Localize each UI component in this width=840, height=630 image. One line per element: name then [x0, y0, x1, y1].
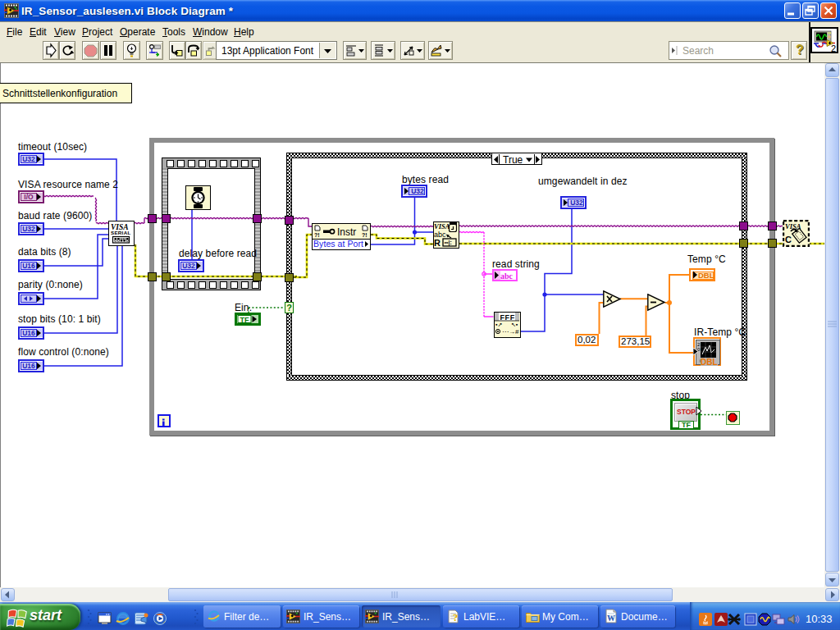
svg-text:FFF: FFF	[500, 313, 515, 322]
svg-text:U32: U32	[570, 199, 583, 207]
svg-text:↖▪: ↖▪	[511, 322, 518, 327]
svg-text:DBL: DBL	[698, 271, 714, 280]
svg-text:W: W	[607, 614, 615, 623]
svg-text:Instr: Instr	[337, 226, 356, 238]
svg-text:U16: U16	[22, 329, 35, 337]
svg-text:U16: U16	[22, 262, 35, 270]
svg-text:▪↗: ▪↗	[495, 322, 502, 327]
svg-text:∞|:: ∞|:	[445, 240, 452, 246]
svg-text:abc: abc	[500, 272, 514, 280]
svg-text:R: R	[434, 238, 441, 247]
svg-text:VISA: VISA	[434, 222, 450, 231]
svg-text:2: 2	[831, 43, 836, 52]
svg-text:Bytes at Port: Bytes at Port	[313, 239, 363, 249]
svg-text:C: C	[785, 235, 792, 244]
svg-text:?!: ?!	[362, 232, 368, 238]
svg-text:?: ?	[453, 611, 459, 623]
svg-text:?!: ?!	[314, 232, 320, 238]
svg-text:U32: U32	[22, 155, 35, 163]
svg-text:U32: U32	[182, 262, 195, 270]
svg-text:U32: U32	[411, 187, 424, 195]
svg-text:SERIAL: SERIAL	[111, 230, 131, 235]
svg-text:U32: U32	[22, 225, 35, 233]
svg-text:U16: U16	[22, 362, 35, 370]
svg-text:I/O: I/O	[24, 193, 34, 201]
svg-text:⋯→#: ⋯→#	[502, 328, 519, 336]
svg-text:TF: TF	[240, 316, 249, 324]
